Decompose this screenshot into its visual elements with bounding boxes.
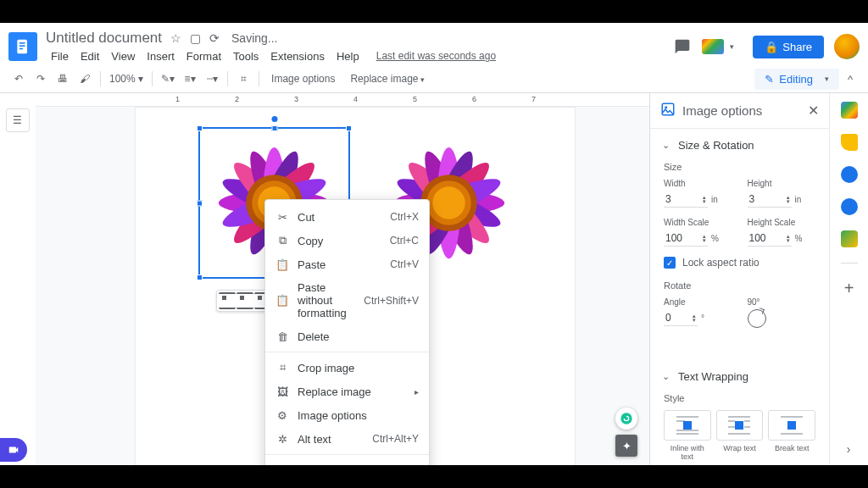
explore-icon[interactable]: ✦ <box>615 435 637 457</box>
ninety-label: 90° <box>748 297 816 307</box>
meet-pill-icon[interactable] <box>0 438 27 462</box>
cm-image-options[interactable]: ⚙Image options <box>265 403 429 427</box>
tune-icon: ⚙ <box>275 408 289 422</box>
document-title[interactable]: Untitled document <box>46 30 162 47</box>
docs-logo-icon[interactable] <box>8 32 37 61</box>
scissors-icon: ✂ <box>275 210 289 224</box>
grammarly-icon[interactable] <box>615 408 637 430</box>
width-label: Width <box>664 179 732 188</box>
contacts-addon-icon[interactable] <box>841 198 858 215</box>
context-menu: ✂CutCtrl+X ⧉CopyCtrl+C 📋PasteCtrl+V 📋Pas… <box>264 199 430 465</box>
cm-crop-image[interactable]: ⌗Crop image <box>265 356 429 380</box>
cm-view-more[interactable]: ⋮View more actions▸ <box>265 458 429 465</box>
height-scale-label: Height Scale <box>748 218 816 227</box>
cm-alt-text[interactable]: ✲Alt textCtrl+Alt+Y <box>265 427 429 451</box>
menu-view[interactable]: View <box>106 48 140 64</box>
menu-help[interactable]: Help <box>331 48 364 64</box>
accessibility-icon: ✲ <box>275 432 289 446</box>
trash-icon: 🗑 <box>275 330 289 343</box>
undo-icon[interactable]: ↶ <box>8 69 29 89</box>
menu-insert[interactable]: Insert <box>142 48 180 64</box>
cm-paste[interactable]: 📋PasteCtrl+V <box>265 252 429 276</box>
more-icon: ⋮ <box>275 463 289 465</box>
print-icon[interactable]: 🖶 <box>53 69 73 89</box>
redo-icon[interactable]: ↷ <box>31 69 51 89</box>
editing-mode-button[interactable]: ✎ Editing <box>754 69 839 90</box>
document-canvas[interactable]: 1 2 3 4 5 6 7 <box>36 93 649 465</box>
width-input[interactable]: 3▴▾ <box>664 191 708 208</box>
paint-format-icon[interactable]: 🖌 <box>75 69 95 89</box>
move-icon[interactable]: ▢ <box>190 31 201 45</box>
chevron-down-icon: ⌄ <box>662 371 670 382</box>
editing-label: Editing <box>779 73 813 86</box>
svg-rect-3 <box>19 48 23 50</box>
last-edit-link[interactable]: Last edit was seconds ago <box>371 48 501 64</box>
image-options-panel: Image options ✕ ⌄ Size & Rotation Size W… <box>649 93 829 465</box>
share-button[interactable]: 🔒 Share <box>753 36 824 58</box>
addons-rail: + <box>829 93 868 465</box>
menu-extensions[interactable]: Extensions <box>265 48 330 64</box>
section-size-rotation[interactable]: ⌄ Size & Rotation <box>650 129 829 162</box>
star-icon[interactable]: ☆ <box>170 31 181 45</box>
border-weight-icon[interactable]: ≡▾ <box>180 69 200 89</box>
menu-file[interactable]: File <box>46 48 74 64</box>
zoom-select[interactable]: 100% ▾ <box>106 73 147 85</box>
rotate-heading: Rotate <box>664 280 815 291</box>
menu-format[interactable]: Format <box>181 48 226 64</box>
height-label: Height <box>748 179 816 188</box>
chevron-down-icon: ⌄ <box>662 140 670 151</box>
crop-icon[interactable]: ⌗ <box>233 69 253 89</box>
collapse-rail-icon[interactable]: › <box>839 440 858 458</box>
border-color-icon[interactable]: ✎▾ <box>158 69 178 89</box>
share-label: Share <box>782 41 812 53</box>
height-scale-input[interactable]: 100▴▾ <box>748 230 792 247</box>
cm-delete[interactable]: 🗑Delete <box>265 324 429 348</box>
cm-paste-without-formatting[interactable]: 📋Paste without formattingCtrl+Shift+V <box>265 276 429 324</box>
style-heading: Style <box>664 393 815 403</box>
cm-cut[interactable]: ✂CutCtrl+X <box>265 205 429 229</box>
wrap-inline[interactable]: Inline with text <box>664 410 711 461</box>
image-panel-icon <box>660 102 676 119</box>
chevron-up-icon[interactable]: ^ <box>841 73 860 86</box>
app-header: Untitled document ☆ ▢ ⟳ Saving... File E… <box>0 23 868 65</box>
svg-rect-1 <box>19 42 25 44</box>
cloud-saving-icon: ⟳ <box>209 31 220 45</box>
saving-status: Saving... <box>231 31 277 45</box>
height-input[interactable]: 3▴▾ <box>748 191 792 208</box>
border-dash-icon[interactable]: ┄▾ <box>202 69 222 89</box>
horizontal-ruler: 1 2 3 4 5 6 7 <box>36 93 649 107</box>
angle-label: Angle <box>664 297 732 307</box>
get-addons-icon[interactable]: + <box>844 279 854 298</box>
wrap-wrap[interactable]: Wrap text <box>716 410 764 461</box>
clipboard-icon: 📋 <box>275 258 289 271</box>
menu-tools[interactable]: Tools <box>228 48 264 64</box>
avatar[interactable] <box>834 34 860 59</box>
lock-aspect-checkbox[interactable]: ✓ Lock aspect ratio <box>664 257 815 269</box>
calendar-addon-icon[interactable] <box>841 102 858 119</box>
image-options-button[interactable]: Image options <box>264 69 342 88</box>
replace-image-button[interactable]: Replace image <box>343 69 431 88</box>
menu-edit[interactable]: Edit <box>75 48 104 64</box>
width-scale-label: Width Scale <box>664 218 732 227</box>
meet-icon[interactable] <box>702 39 724 54</box>
copy-icon: ⧉ <box>275 234 289 247</box>
section-text-wrapping[interactable]: ⌄ Text Wrapping <box>650 360 829 393</box>
maps-addon-icon[interactable] <box>841 230 858 247</box>
comment-history-icon[interactable] <box>673 37 692 56</box>
pencil-icon: ✎ <box>765 73 774 86</box>
wrap-wrap-icon[interactable] <box>236 292 253 309</box>
left-rail: ☰ <box>0 93 36 465</box>
angle-input[interactable]: 0▴▾ <box>664 309 698 326</box>
keep-addon-icon[interactable] <box>841 134 858 151</box>
tasks-addon-icon[interactable] <box>841 166 858 183</box>
size-heading: Size <box>664 162 815 172</box>
wrap-inline-icon[interactable] <box>219 292 236 309</box>
wrap-break[interactable]: Break text <box>768 410 815 461</box>
outline-icon[interactable]: ☰ <box>6 108 30 132</box>
width-scale-input[interactable]: 100▴▾ <box>664 230 708 247</box>
rotate-90-button[interactable] <box>748 309 766 328</box>
cm-replace-image[interactable]: 🖼Replace image▸ <box>265 380 429 403</box>
menu-bar: File Edit View Insert Format Tools Exten… <box>46 48 673 64</box>
cm-copy[interactable]: ⧉CopyCtrl+C <box>265 229 429 252</box>
close-icon[interactable]: ✕ <box>808 103 819 119</box>
